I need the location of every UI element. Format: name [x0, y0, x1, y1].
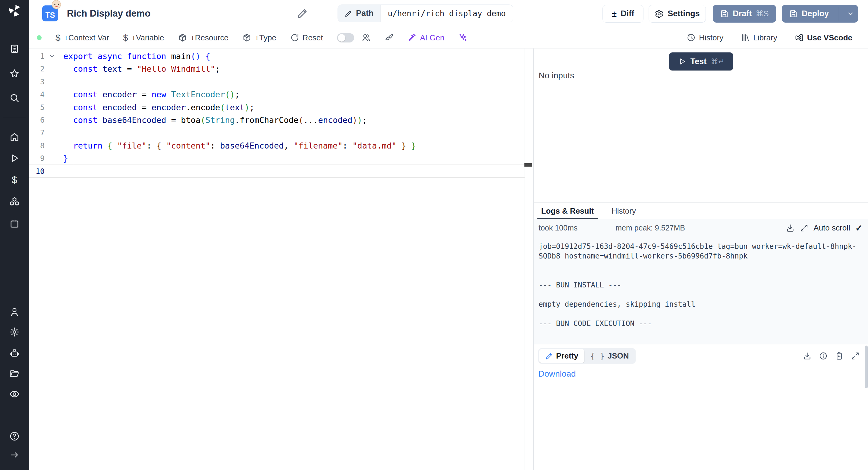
fold-chevron-icon[interactable]	[48, 52, 56, 60]
diff-button[interactable]: ± Diff	[602, 5, 644, 23]
path-value[interactable]: u/henri/rich_display_demo	[381, 5, 513, 22]
settings-button[interactable]: Settings	[649, 5, 706, 23]
use-vscode-button[interactable]: Use VScode	[795, 33, 852, 42]
download-result-link[interactable]: Download	[538, 369, 576, 379]
calendar-icon	[9, 218, 20, 229]
format-button[interactable]	[385, 33, 394, 42]
windmill-script-editor: $	[0, 0, 868, 470]
code-line[interactable]: 7	[29, 126, 533, 139]
plus-minus-icon: ±	[612, 9, 617, 19]
package-icon	[242, 33, 251, 42]
path-edit-button[interactable]: Path	[338, 5, 381, 22]
diff-mode-toggle[interactable]	[337, 33, 354, 42]
eye-icon	[9, 389, 20, 400]
users-icon	[361, 33, 371, 42]
code-line[interactable]: 8 return { "file": { "content": base64En…	[29, 139, 533, 152]
download-icon[interactable]	[786, 224, 795, 232]
status-dot-icon	[37, 35, 41, 40]
refresh-icon	[290, 33, 299, 42]
sidebar-item-search[interactable]	[8, 91, 21, 104]
code-line[interactable]: 4 const encoder = new TextEncoder();	[29, 88, 533, 101]
pen-icon	[545, 352, 553, 360]
code-line[interactable]: 9}	[29, 152, 533, 165]
code-editor[interactable]: 1export async function main() {2 const t…	[29, 49, 533, 470]
windmill-logo-icon[interactable]	[7, 4, 22, 18]
deploy-button[interactable]: Deploy	[782, 5, 835, 23]
code-line[interactable]: 5 const encoded = encoder.encode(text);	[29, 101, 533, 114]
expand-icon[interactable]	[800, 224, 808, 232]
chevron-down-icon	[846, 10, 855, 18]
context-var-label: +Context Var	[64, 33, 110, 42]
tab-history[interactable]: History	[609, 203, 639, 219]
code-line[interactable]: 3	[29, 75, 533, 88]
tab-logs-result[interactable]: Logs & Result	[537, 203, 598, 219]
dollar-icon: $	[56, 33, 61, 43]
variable-label: +Variable	[131, 33, 164, 42]
deploy-dropdown-button[interactable]	[843, 5, 858, 23]
dollar-icon: $	[123, 33, 128, 43]
ai-gen-button[interactable]: AI Gen	[408, 33, 444, 42]
path-control[interactable]: Path u/henri/rich_display_demo	[338, 4, 513, 22]
add-resource-button[interactable]: +Resource	[178, 33, 228, 42]
code-line[interactable]: 6 const base64Encoded = btoa(String.from…	[29, 114, 533, 127]
pencil-icon	[344, 10, 352, 18]
json-view-button[interactable]: { } JSON	[584, 349, 635, 363]
overview-ruler-cursor	[524, 163, 532, 167]
code-line[interactable]: 1export async function main() {	[29, 50, 533, 63]
logs-output[interactable]: job=01912d75-163d-8204-47c9-5469c516cb1e…	[534, 237, 868, 344]
sidebar-item-folders[interactable]	[8, 367, 21, 380]
sidebar-item-expand[interactable]	[8, 448, 21, 462]
duration-text: took 100ms	[538, 224, 578, 232]
sidebar-divider	[3, 117, 26, 117]
person-icon	[9, 307, 20, 317]
sidebar-item-favorites[interactable]	[8, 67, 21, 80]
library-button[interactable]: Library	[741, 33, 777, 42]
package-icon	[178, 33, 187, 42]
history-button[interactable]: History	[687, 33, 723, 42]
line-number: 1	[29, 50, 44, 63]
edit-summary-button[interactable]	[297, 8, 308, 19]
add-context-var-button[interactable]: $ +Context Var	[56, 33, 109, 43]
test-button[interactable]: Test ⌘↵	[669, 53, 733, 70]
ai-suggest-button[interactable]	[458, 33, 468, 42]
play-icon	[9, 153, 20, 163]
sidebar-item-runs[interactable]	[8, 152, 21, 165]
toggle-switch[interactable]	[337, 33, 354, 42]
sidebar-item-workspace[interactable]	[8, 42, 21, 56]
sidebar-item-settings[interactable]	[8, 325, 21, 339]
info-icon[interactable]	[819, 352, 828, 361]
download-icon[interactable]	[803, 352, 812, 361]
pretty-view-button[interactable]: Pretty	[539, 349, 584, 363]
collaborators-button[interactable]	[361, 33, 371, 42]
play-icon	[678, 57, 686, 66]
question-icon	[9, 431, 20, 441]
building-icon	[9, 44, 20, 54]
auto-scroll-label[interactable]: Auto scroll	[813, 223, 850, 232]
check-icon[interactable]: ✓	[855, 223, 863, 233]
code-line[interactable]: 2 const text = "Hello Windmill";	[29, 62, 533, 75]
sidebar-item-resources[interactable]	[8, 195, 21, 209]
code-line[interactable]: 10	[29, 165, 533, 178]
sidebar-item-schedules[interactable]	[8, 217, 21, 230]
sidebar-item-users[interactable]	[8, 305, 21, 318]
history-label: History	[699, 33, 723, 42]
sidebar-item-audit-logs[interactable]	[8, 387, 21, 401]
line-number: 4	[29, 88, 44, 101]
add-type-button[interactable]: +Type	[242, 33, 276, 42]
maximize-icon[interactable]	[851, 352, 860, 361]
sidebar-item-variables[interactable]: $	[8, 173, 21, 187]
diff-label: Diff	[621, 9, 634, 19]
reset-button[interactable]: Reset	[290, 33, 323, 42]
clipboard-icon[interactable]	[835, 352, 844, 361]
draft-button[interactable]: Draft ⌘S	[713, 5, 776, 23]
test-shortcut: ⌘↵	[711, 57, 724, 66]
scrollbar-thumb[interactable]	[865, 346, 868, 388]
vscode-icon	[795, 33, 804, 42]
editor-toolbar: $ +Context Var $ +Variable +Resource +Ty…	[29, 27, 868, 49]
log-text: job=01912d75-163d-8204-47c9-5469c516cb1e…	[538, 242, 861, 328]
overview-ruler-border	[524, 49, 524, 470]
add-variable-button[interactable]: $ +Variable	[123, 33, 164, 43]
sidebar-item-workers[interactable]	[8, 347, 21, 361]
sidebar-item-help[interactable]	[8, 430, 21, 443]
sidebar-item-home[interactable]	[8, 130, 21, 144]
